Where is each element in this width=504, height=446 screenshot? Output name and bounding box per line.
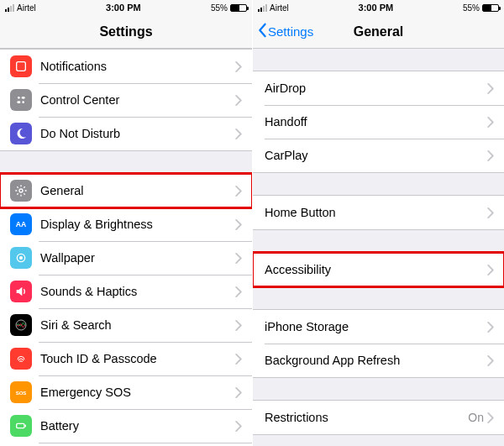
row-label: Home Button (263, 206, 487, 219)
chevron-right-icon (487, 322, 494, 333)
row-home-button[interactable]: Home Button (253, 196, 504, 229)
svg-rect-0 (17, 62, 26, 71)
notifications-icon (10, 55, 32, 77)
svg-rect-11 (17, 423, 24, 428)
moon-icon (10, 123, 32, 144)
row-label: Handoff (263, 115, 487, 129)
chevron-right-icon (235, 129, 242, 139)
row-detail: On (468, 411, 484, 424)
row-emergency-sos[interactable]: SOSEmergency SOS (0, 375, 252, 409)
battery-pct-label: 55% (211, 3, 228, 13)
chevron-right-icon (487, 355, 494, 366)
chevron-right-icon (487, 83, 494, 94)
chevron-left-icon (256, 23, 268, 40)
battery-pct-label: 55% (463, 3, 480, 13)
chevron-right-icon (235, 186, 242, 197)
chevron-right-icon (487, 207, 494, 218)
display-icon: AA (10, 213, 32, 235)
screen-settings: Airtel 3:00 PM 55% Settings Notification… (0, 0, 252, 446)
row-label: General (32, 184, 235, 197)
row-label: Emergency SOS (32, 386, 235, 399)
general-group-2: Home Button (253, 195, 504, 230)
row-label: Siri & Search (32, 318, 235, 332)
sos-icon: SOS (10, 381, 32, 403)
row-notifications[interactable]: Notifications (0, 50, 252, 83)
chevron-right-icon (487, 265, 494, 275)
chevron-right-icon (235, 286, 242, 297)
svg-point-1 (18, 97, 20, 99)
row-background-app-refresh[interactable]: Background App Refresh (253, 344, 504, 377)
settings-group-2: GeneralAADisplay & BrightnessWallpaperSo… (0, 173, 252, 446)
status-bar: Airtel 3:00 PM 55% (0, 0, 252, 15)
row-restrictions[interactable]: RestrictionsOn (253, 401, 504, 434)
row-label: Notifications (32, 60, 235, 73)
row-label: Touch ID & Passcode (32, 352, 235, 365)
row-battery[interactable]: Battery (0, 409, 252, 443)
chevron-right-icon (235, 421, 242, 432)
general-list[interactable]: AirDropHandoffCarPlay Home Button Access… (253, 49, 504, 446)
row-airdrop[interactable]: AirDrop (253, 71, 504, 105)
chevron-right-icon (235, 387, 242, 398)
svg-point-5 (19, 189, 23, 192)
row-handoff[interactable]: Handoff (253, 105, 504, 139)
svg-text:AA: AA (16, 220, 27, 228)
carrier-label: Airtel (17, 3, 36, 13)
chevron-right-icon (235, 219, 242, 230)
settings-list[interactable]: NotificationsControl CenterDo Not Distur… (0, 49, 252, 446)
gear-icon (10, 180, 32, 202)
chevron-right-icon (235, 253, 242, 264)
wallpaper-icon (10, 247, 32, 269)
battery-icon (230, 4, 247, 12)
row-iphone-storage[interactable]: iPhone Storage (253, 310, 504, 344)
row-privacy[interactable]: Privacy (0, 443, 252, 446)
svg-rect-12 (25, 425, 26, 428)
svg-rect-3 (17, 101, 20, 103)
chevron-right-icon (487, 412, 494, 423)
svg-rect-2 (22, 97, 25, 99)
row-carplay[interactable]: CarPlay (253, 139, 504, 172)
chevron-right-icon (235, 354, 242, 365)
chevron-right-icon (487, 150, 494, 161)
clock-label: 3:00 PM (106, 3, 141, 13)
general-group-5: RestrictionsOn (253, 400, 504, 435)
page-title: General (354, 24, 404, 39)
control-center-icon (10, 89, 32, 111)
row-label: Sounds & Haptics (32, 285, 235, 298)
chevron-right-icon (487, 117, 494, 128)
row-accessibility[interactable]: Accessibility (253, 253, 504, 286)
back-button[interactable]: Settings (256, 15, 313, 48)
nav-bar: Settings General (253, 15, 504, 49)
sounds-icon (10, 281, 32, 302)
chevron-right-icon (235, 320, 242, 331)
row-label: Control Center (32, 93, 235, 107)
nav-bar: Settings (0, 15, 252, 49)
row-do-not-disturb[interactable]: Do Not Disturb (0, 117, 252, 150)
row-label: CarPlay (263, 149, 487, 162)
row-label: iPhone Storage (263, 320, 487, 333)
row-label: Do Not Disturb (32, 127, 235, 140)
svg-text:SOS: SOS (16, 391, 27, 396)
page-title: Settings (99, 24, 152, 39)
battery-icon (10, 415, 32, 437)
row-siri-search[interactable]: Siri & Search (0, 308, 252, 342)
row-label: Accessibility (263, 263, 487, 276)
row-control-center[interactable]: Control Center (0, 83, 252, 117)
row-label: Wallpaper (32, 251, 235, 265)
back-label: Settings (268, 24, 313, 39)
row-wallpaper[interactable]: Wallpaper (0, 241, 252, 275)
settings-group-1: NotificationsControl CenterDo Not Distur… (0, 49, 252, 151)
battery-icon (482, 4, 499, 12)
svg-point-8 (19, 256, 23, 260)
chevron-right-icon (235, 95, 242, 106)
row-touch-id-passcode[interactable]: Touch ID & Passcode (0, 342, 252, 375)
general-group-1: AirDropHandoffCarPlay (253, 71, 504, 173)
siri-icon (10, 314, 32, 336)
carrier-label: Airtel (270, 3, 289, 13)
svg-point-4 (22, 101, 24, 103)
row-sounds-haptics[interactable]: Sounds & Haptics (0, 275, 252, 308)
clock-label: 3:00 PM (359, 3, 394, 13)
row-label: Battery (32, 419, 235, 433)
row-display-brightness[interactable]: AADisplay & Brightness (0, 207, 252, 241)
signal-icon (258, 4, 267, 12)
row-general[interactable]: General (0, 174, 252, 207)
